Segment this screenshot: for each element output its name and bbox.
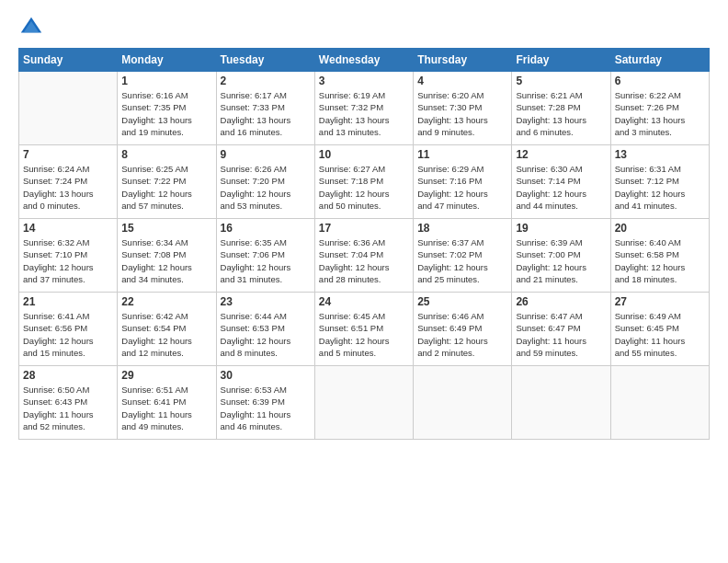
day-cell: [610, 366, 709, 440]
day-number: 18: [417, 222, 507, 235]
weekday-header-saturday: Saturday: [610, 49, 709, 72]
day-number: 30: [221, 369, 311, 382]
day-info: Sunrise: 6:22 AMSunset: 7:26 PMDaylight:…: [615, 89, 705, 138]
day-cell: 4Sunrise: 6:20 AMSunset: 7:30 PMDaylight…: [414, 72, 512, 145]
day-cell: 13Sunrise: 6:31 AMSunset: 7:12 PMDayligh…: [610, 145, 709, 219]
day-cell: 6Sunrise: 6:22 AMSunset: 7:26 PMDaylight…: [610, 72, 709, 145]
day-number: 22: [121, 295, 211, 308]
day-number: 24: [319, 295, 409, 308]
day-info: Sunrise: 6:17 AMSunset: 7:33 PMDaylight:…: [221, 89, 311, 138]
day-cell: [414, 366, 512, 440]
day-cell: 9Sunrise: 6:26 AMSunset: 7:20 PMDaylight…: [216, 145, 314, 219]
day-info: Sunrise: 6:34 AMSunset: 7:08 PMDaylight:…: [121, 236, 211, 285]
day-number: 9: [221, 148, 311, 161]
weekday-header-tuesday: Tuesday: [216, 49, 314, 72]
day-info: Sunrise: 6:25 AMSunset: 7:22 PMDaylight:…: [121, 163, 211, 212]
day-info: Sunrise: 6:30 AMSunset: 7:14 PMDaylight:…: [516, 163, 606, 212]
day-cell: 20Sunrise: 6:40 AMSunset: 6:58 PMDayligh…: [610, 219, 709, 293]
day-info: Sunrise: 6:53 AMSunset: 6:39 PMDaylight:…: [221, 384, 311, 432]
day-number: 29: [121, 369, 211, 382]
day-number: 13: [615, 148, 705, 161]
week-row-1: 1Sunrise: 6:16 AMSunset: 7:35 PMDaylight…: [19, 72, 710, 145]
calendar-header: SundayMondayTuesdayWednesdayThursdayFrid…: [19, 49, 710, 72]
day-number: 7: [23, 148, 113, 161]
calendar-page: SundayMondayTuesdayWednesdayThursdayFrid…: [0, 0, 728, 563]
day-info: Sunrise: 6:16 AMSunset: 7:35 PMDaylight:…: [121, 89, 211, 138]
day-info: Sunrise: 6:42 AMSunset: 6:54 PMDaylight:…: [121, 310, 211, 359]
day-number: 2: [221, 75, 311, 87]
day-cell: 17Sunrise: 6:36 AMSunset: 7:04 PMDayligh…: [314, 219, 413, 293]
day-cell: [512, 366, 610, 440]
day-number: 10: [319, 148, 409, 161]
day-info: Sunrise: 6:35 AMSunset: 7:06 PMDaylight:…: [221, 236, 311, 285]
logo-icon: [18, 15, 44, 40]
day-info: Sunrise: 6:41 AMSunset: 6:56 PMDaylight:…: [23, 310, 113, 359]
day-number: 12: [516, 148, 606, 161]
day-info: Sunrise: 6:21 AMSunset: 7:28 PMDaylight:…: [516, 89, 606, 138]
day-cell: 28Sunrise: 6:50 AMSunset: 6:43 PMDayligh…: [19, 366, 118, 440]
day-cell: 2Sunrise: 6:17 AMSunset: 7:33 PMDaylight…: [216, 72, 314, 145]
day-info: Sunrise: 6:20 AMSunset: 7:30 PMDaylight:…: [417, 89, 507, 138]
day-info: Sunrise: 6:19 AMSunset: 7:32 PMDaylight:…: [319, 89, 409, 138]
day-number: 8: [121, 148, 211, 161]
day-cell: 3Sunrise: 6:19 AMSunset: 7:32 PMDaylight…: [314, 72, 413, 145]
day-info: Sunrise: 6:37 AMSunset: 7:02 PMDaylight:…: [417, 236, 507, 285]
day-number: 15: [121, 222, 211, 235]
day-cell: 7Sunrise: 6:24 AMSunset: 7:24 PMDaylight…: [19, 145, 118, 219]
weekday-header-monday: Monday: [118, 49, 216, 72]
day-info: Sunrise: 6:24 AMSunset: 7:24 PMDaylight:…: [23, 163, 113, 212]
day-cell: 23Sunrise: 6:44 AMSunset: 6:53 PMDayligh…: [216, 293, 314, 366]
day-info: Sunrise: 6:40 AMSunset: 6:58 PMDaylight:…: [615, 236, 705, 285]
day-cell: 14Sunrise: 6:32 AMSunset: 7:10 PMDayligh…: [19, 219, 118, 293]
day-number: 21: [23, 295, 113, 308]
day-cell: 25Sunrise: 6:46 AMSunset: 6:49 PMDayligh…: [414, 293, 512, 366]
weekday-row: SundayMondayTuesdayWednesdayThursdayFrid…: [19, 49, 710, 72]
day-info: Sunrise: 6:46 AMSunset: 6:49 PMDaylight:…: [417, 310, 507, 359]
day-cell: [314, 366, 413, 440]
day-cell: 16Sunrise: 6:35 AMSunset: 7:06 PMDayligh…: [216, 219, 314, 293]
day-number: 23: [221, 295, 311, 308]
day-info: Sunrise: 6:36 AMSunset: 7:04 PMDaylight:…: [319, 236, 409, 285]
day-cell: 27Sunrise: 6:49 AMSunset: 6:45 PMDayligh…: [610, 293, 709, 366]
day-cell: 26Sunrise: 6:47 AMSunset: 6:47 PMDayligh…: [512, 293, 610, 366]
day-number: 26: [516, 295, 606, 308]
day-info: Sunrise: 6:27 AMSunset: 7:18 PMDaylight:…: [319, 163, 409, 212]
day-info: Sunrise: 6:50 AMSunset: 6:43 PMDaylight:…: [23, 384, 113, 432]
week-row-5: 28Sunrise: 6:50 AMSunset: 6:43 PMDayligh…: [19, 366, 710, 440]
day-info: Sunrise: 6:32 AMSunset: 7:10 PMDaylight:…: [23, 236, 113, 285]
day-cell: 1Sunrise: 6:16 AMSunset: 7:35 PMDaylight…: [118, 72, 216, 145]
day-info: Sunrise: 6:44 AMSunset: 6:53 PMDaylight:…: [221, 310, 311, 359]
week-row-2: 7Sunrise: 6:24 AMSunset: 7:24 PMDaylight…: [19, 145, 710, 219]
calendar-table: SundayMondayTuesdayWednesdayThursdayFrid…: [18, 48, 710, 440]
day-number: 4: [417, 75, 507, 87]
week-row-3: 14Sunrise: 6:32 AMSunset: 7:10 PMDayligh…: [19, 219, 710, 293]
day-info: Sunrise: 6:26 AMSunset: 7:20 PMDaylight:…: [221, 163, 311, 212]
day-number: 20: [615, 222, 705, 235]
weekday-header-sunday: Sunday: [19, 49, 118, 72]
day-number: 14: [23, 222, 113, 235]
day-cell: [19, 72, 118, 145]
day-cell: 24Sunrise: 6:45 AMSunset: 6:51 PMDayligh…: [314, 293, 413, 366]
header: [18, 15, 710, 40]
day-info: Sunrise: 6:45 AMSunset: 6:51 PMDaylight:…: [319, 310, 409, 359]
day-info: Sunrise: 6:47 AMSunset: 6:47 PMDaylight:…: [516, 310, 606, 359]
week-row-4: 21Sunrise: 6:41 AMSunset: 6:56 PMDayligh…: [19, 293, 710, 366]
day-info: Sunrise: 6:49 AMSunset: 6:45 PMDaylight:…: [615, 310, 705, 359]
day-number: 17: [319, 222, 409, 235]
day-number: 5: [516, 75, 606, 87]
day-number: 25: [417, 295, 507, 308]
day-cell: 15Sunrise: 6:34 AMSunset: 7:08 PMDayligh…: [118, 219, 216, 293]
day-cell: 11Sunrise: 6:29 AMSunset: 7:16 PMDayligh…: [414, 145, 512, 219]
day-cell: 29Sunrise: 6:51 AMSunset: 6:41 PMDayligh…: [118, 366, 216, 440]
day-number: 3: [319, 75, 409, 87]
day-info: Sunrise: 6:31 AMSunset: 7:12 PMDaylight:…: [615, 163, 705, 212]
day-number: 1: [121, 75, 211, 87]
day-cell: 8Sunrise: 6:25 AMSunset: 7:22 PMDaylight…: [118, 145, 216, 219]
day-cell: 18Sunrise: 6:37 AMSunset: 7:02 PMDayligh…: [414, 219, 512, 293]
logo: [18, 15, 48, 40]
day-cell: 5Sunrise: 6:21 AMSunset: 7:28 PMDaylight…: [512, 72, 610, 145]
day-number: 19: [516, 222, 606, 235]
day-cell: 19Sunrise: 6:39 AMSunset: 7:00 PMDayligh…: [512, 219, 610, 293]
day-info: Sunrise: 6:29 AMSunset: 7:16 PMDaylight:…: [417, 163, 507, 212]
weekday-header-friday: Friday: [512, 49, 610, 72]
